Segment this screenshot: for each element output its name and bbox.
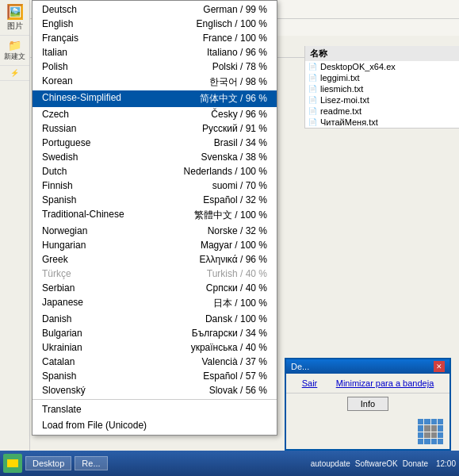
- language-item-norwegian[interactable]: NorwegianNorske / 32 %: [33, 224, 277, 238]
- language-item-finnish[interactable]: Finnishsuomi / 70 %: [33, 178, 277, 193]
- language-item-spanish[interactable]: SpanishEspañol / 32 %: [33, 193, 277, 207]
- file-item[interactable]: 📄DesktopOK_x64.ex: [305, 61, 459, 72]
- language-item-dutch[interactable]: DutchNederlands / 100 %: [33, 164, 277, 178]
- language-item-czech[interactable]: CzechČesky / 96 %: [33, 107, 277, 121]
- donate-icon[interactable]: Donate: [403, 459, 428, 468]
- softwareok-icon[interactable]: SoftwareOK: [355, 459, 398, 468]
- left-panel-item3: ⚡: [0, 66, 29, 81]
- language-item-slovenský[interactable]: SlovenskýSlovak / 56 %: [33, 383, 277, 397]
- language-item-greek[interactable]: GreekΕλληνικά / 96 %: [33, 252, 277, 267]
- language-item-english[interactable]: EnglishEnglisch / 100 %: [33, 17, 277, 31]
- language-item-serbian[interactable]: SerbianСрпски / 40 %: [33, 281, 277, 295]
- mini-dialog-icon-area: [286, 414, 449, 449]
- language-item-français[interactable]: FrançaisFrance / 100 %: [33, 31, 277, 45]
- info-button[interactable]: Info: [347, 397, 388, 411]
- column-header: 名称: [305, 46, 459, 61]
- left-panel-folder: 📁 新建文: [0, 36, 29, 66]
- language-item-japanese[interactable]: Japanese日本 / 100 %: [33, 295, 277, 312]
- taskbar-icons-area: autoupdate SoftwareOK Donate 12:00: [311, 459, 456, 468]
- language-item-italian[interactable]: ItalianItaliano / 96 %: [33, 45, 277, 60]
- taskbar: Desktop Re... autoupdate SoftwareOK Dona…: [0, 451, 459, 476]
- mini-dialog-bottom: Info: [286, 393, 449, 414]
- language-item-korean[interactable]: Korean한국어 / 98 %: [33, 74, 277, 90]
- language-item-ukrainian[interactable]: Ukrainianукраїнська / 40 %: [33, 340, 277, 355]
- taskbar-item-desktop[interactable]: Desktop: [25, 456, 71, 470]
- mini-dialog-close-button[interactable]: ✕: [434, 361, 445, 372]
- language-item-swedish[interactable]: SwedishSvenska / 38 %: [33, 150, 277, 164]
- language-item-hungarian[interactable]: HungarianMagyar / 100 %: [33, 238, 277, 252]
- language-item-portuguese[interactable]: PortugueseBrasil / 34 %: [33, 136, 277, 150]
- autoupdate-icon[interactable]: autoupdate: [311, 459, 350, 468]
- file-list: 名称 📄DesktopOK_x64.ex 📄leggimi.txt 📄liesm…: [304, 46, 459, 129]
- language-item-türkçe: TürkçeTurkish / 40 %: [33, 267, 277, 281]
- mini-dialog-action-sair[interactable]: Sair: [302, 378, 318, 388]
- language-item-bulgarian[interactable]: BulgarianБългарски / 34 %: [33, 326, 277, 340]
- file-item[interactable]: 📄ЧитайМеня.txt: [305, 117, 459, 128]
- mini-dialog-title: De...: [291, 362, 309, 371]
- menu-separator: [33, 399, 277, 400]
- language-item-traditional-chinese[interactable]: Traditional-Chinese繁體中文 / 100 %: [33, 207, 277, 224]
- file-item[interactable]: 📄readme.txt: [305, 106, 459, 117]
- mini-dialog: De... ✕ Sair Minimizar para a bandeja In…: [285, 358, 451, 451]
- menu-special-translate[interactable]: Translate: [33, 401, 277, 417]
- language-item-catalan[interactable]: CatalanValencià / 37 %: [33, 355, 277, 369]
- left-panel: 🖼️ 图片 📁 新建文 ⚡: [0, 0, 30, 451]
- language-dropdown: DeutschGerman / 99 %EnglishEnglisch / 10…: [32, 0, 277, 436]
- mini-dialog-titlebar: De... ✕: [286, 359, 449, 374]
- language-item-polish[interactable]: PolishPolski / 78 %: [33, 60, 277, 74]
- file-item[interactable]: 📄liesmich.txt: [305, 83, 459, 94]
- language-item-chinese-simplified[interactable]: Chinese-Simplified简体中文 / 96 %: [33, 90, 277, 107]
- grid-icon: [418, 419, 443, 444]
- mini-dialog-action-minimize[interactable]: Minimizar para a bandeja: [336, 378, 434, 388]
- mini-dialog-actions: Sair Minimizar para a bandeja: [286, 374, 449, 393]
- clock: 12:00: [436, 459, 456, 468]
- menu-special-load-from-file-(unicode)[interactable]: Load from File (Unicode): [33, 417, 277, 433]
- language-item-russian[interactable]: RussianРусский / 91 %: [33, 121, 277, 136]
- language-item-spanish[interactable]: SpanishEspañol / 57 %: [33, 369, 277, 383]
- left-panel-images: 🖼️ 图片: [0, 0, 29, 36]
- file-item[interactable]: 📄Lisez-moi.txt: [305, 94, 459, 106]
- language-item-danish[interactable]: DanishDansk / 100 %: [33, 312, 277, 326]
- start-flag: [3, 454, 22, 473]
- taskbar-item-re[interactable]: Re...: [75, 456, 107, 470]
- language-item-deutsch[interactable]: DeutschGerman / 99 %: [33, 2, 277, 17]
- file-item[interactable]: 📄leggimi.txt: [305, 72, 459, 83]
